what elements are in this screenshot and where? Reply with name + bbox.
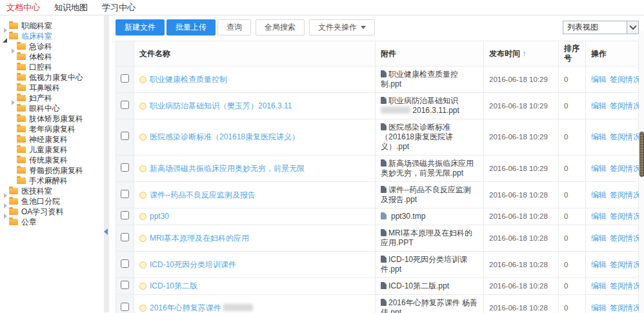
page-scrollbar[interactable] <box>639 31 644 313</box>
file-name-link[interactable]: 新高场强磁共振临床应用奥妙无穷，前景无限 <box>139 164 305 173</box>
row-checkbox[interactable] <box>121 259 129 268</box>
view-mode-select[interactable]: 列表视图 <box>563 21 639 34</box>
row-checkbox-cell <box>116 66 134 93</box>
attachment-doc-icon <box>381 123 387 130</box>
top-nav: 文档中心 知识地图 学习中心 <box>0 0 644 15</box>
edit-link[interactable]: 编辑 <box>591 281 607 290</box>
sidebar-item[interactable]: 公章 <box>0 217 104 227</box>
sidebar-item[interactable]: 鱼池口分院 <box>0 196 104 207</box>
toolbar-button-label: 查询 <box>226 22 242 33</box>
scrollbar-thumb[interactable] <box>639 132 644 177</box>
toolbar-button[interactable]: 查询 <box>217 19 251 35</box>
edit-link[interactable]: 编辑 <box>591 190 607 199</box>
sidebar-item[interactable]: 口腔科 <box>0 62 104 72</box>
sign-status-link[interactable]: 签阅情况 <box>610 281 641 290</box>
file-name-link[interactable]: 职业病防治基础知识（樊玉芳）2016.3.11 <box>139 101 292 110</box>
edit-link[interactable]: 编辑 <box>591 101 607 110</box>
header-publish-time[interactable]: 发布时间 ↑ <box>484 41 559 66</box>
file-name-link[interactable]: ppt30 <box>139 212 169 221</box>
sidebar-item[interactable]: 急诊科 <box>0 41 104 52</box>
sign-status-link[interactable]: 签阅情况 <box>610 75 641 84</box>
toolbar-button[interactable]: 全局搜索 <box>256 19 305 35</box>
sign-status-link[interactable]: 签阅情况 <box>610 190 641 199</box>
file-name-link[interactable]: 2016年心肺复苏课件 <box>139 303 253 312</box>
toolbar-button[interactable]: 批量上传 <box>166 19 216 35</box>
sign-status-link[interactable]: 签阅情况 <box>610 101 641 110</box>
sort-ascending-icon[interactable]: ↑ <box>522 49 526 58</box>
file-name-cell: MRI基本原理及在妇科的应用 <box>134 225 376 252</box>
sidebar-item[interactable]: 眼科中心 <box>0 103 104 114</box>
row-checkbox[interactable] <box>121 281 129 289</box>
table-row: ppt30ppt30.tmp2016-06-18 10:280编辑签阅情况 <box>116 208 639 225</box>
nav-knowledge-map[interactable]: 知识地图 <box>54 2 88 14</box>
sidebar-item[interactable]: 老年病康复科 <box>0 124 104 134</box>
view-mode-value: 列表视图 <box>563 22 627 33</box>
attachment-cell: ppt30.tmp <box>376 208 484 225</box>
sign-status-link[interactable]: 签阅情况 <box>610 303 641 312</box>
attachment-cell: ICD-10第二版.ppt <box>376 278 484 295</box>
sidebar-item[interactable]: 体检科 <box>0 52 104 62</box>
sidebar-item[interactable]: 传统康复科 <box>0 155 104 165</box>
sidebar-item[interactable]: 低视力康复中心 <box>0 72 104 83</box>
sidebar-item[interactable]: 脊髓损伤康复科 <box>0 165 104 176</box>
operations-cell: 编辑签阅情况 <box>586 252 639 278</box>
row-checkbox[interactable] <box>121 211 129 219</box>
attachment-doc-icon <box>381 97 387 104</box>
edit-link[interactable]: 编辑 <box>591 212 607 221</box>
sidebar-collapse-icon[interactable] <box>104 228 108 235</box>
file-name-link[interactable]: ICD-10第二版 <box>139 281 197 290</box>
row-checkbox[interactable] <box>121 74 129 83</box>
table-row: ICD-10第二版ICD-10第二版.ppt2016-06-18 10:280编… <box>116 278 639 295</box>
sidebar-item[interactable]: 手术麻醉科 <box>0 176 104 186</box>
sidebar-item[interactable]: 耳鼻喉科 <box>0 83 104 93</box>
select-dropdown-icon[interactable] <box>627 21 638 34</box>
file-circle-icon <box>139 283 146 290</box>
edit-link[interactable]: 编辑 <box>591 303 607 312</box>
file-name-cell: 2016年心肺复苏课件 <box>134 295 376 313</box>
attachment-cell: 职业健康检查质量控制.ppt <box>376 66 484 93</box>
sidebar-item[interactable]: 临床科室 <box>0 31 104 41</box>
sign-status-link[interactable]: 签阅情况 <box>610 260 641 269</box>
file-name-link[interactable]: 医院感染诊断标准（201618康复医院讲义） <box>139 132 299 141</box>
edit-link[interactable]: 编辑 <box>591 234 607 243</box>
publish-date-cell: 2016-06-18 10:28 <box>484 295 559 313</box>
sign-status-link[interactable]: 签阅情况 <box>610 132 641 141</box>
edit-link[interactable]: 编辑 <box>591 132 607 141</box>
row-checkbox[interactable] <box>121 132 129 140</box>
table-header-row: 文件名称 附件 发布时间 ↑ 排序号 操作 <box>116 41 639 66</box>
folder-icon <box>17 146 26 153</box>
row-checkbox[interactable] <box>121 303 129 311</box>
toolbar-button[interactable]: 新建文件 <box>116 19 165 35</box>
row-checkbox[interactable] <box>121 190 129 198</box>
sidebar-item[interactable]: OA学习资料 <box>0 207 104 217</box>
folder-icon <box>17 74 26 81</box>
row-checkbox[interactable] <box>121 101 129 109</box>
row-checkbox-cell <box>116 93 134 119</box>
attachment-cell: 2016年心肺复苏课件 杨善佳.ppt <box>376 295 484 313</box>
sidebar-item[interactable]: 儿童康复科 <box>0 145 104 155</box>
sign-status-link[interactable]: 签阅情况 <box>610 234 641 243</box>
sidebar-item[interactable]: 肢体矫形康复科 <box>0 114 104 124</box>
edit-link[interactable]: 编辑 <box>591 164 607 173</box>
row-checkbox[interactable] <box>121 163 129 172</box>
sidebar-item[interactable]: 妇产科 <box>0 93 104 103</box>
sign-status-link[interactable]: 签阅情况 <box>610 212 641 221</box>
file-name-link[interactable]: MRI基本原理及在妇科的应用 <box>139 234 249 243</box>
edit-link[interactable]: 编辑 <box>591 75 607 84</box>
file-name-link[interactable]: 职业健康检查质量控制 <box>139 75 227 84</box>
nav-doc-center[interactable]: 文档中心 <box>6 2 40 14</box>
sidebar-splitter[interactable] <box>104 15 109 312</box>
attachment-doc-icon <box>381 186 387 193</box>
row-checkbox[interactable] <box>121 233 129 241</box>
edit-link[interactable]: 编辑 <box>591 260 607 269</box>
folder-icon <box>9 188 18 194</box>
operations-cell: 编辑签阅情况 <box>586 225 639 252</box>
sidebar-item[interactable]: 神经康复科 <box>0 134 104 145</box>
nav-learning-center[interactable]: 学习中心 <box>102 2 136 14</box>
sidebar-item[interactable]: 职能科室 <box>0 21 104 31</box>
file-name-link[interactable]: ICD-10死因分类培训课件 <box>139 260 236 269</box>
sidebar-item[interactable]: 医技科室 <box>0 186 104 196</box>
sign-status-link[interactable]: 签阅情况 <box>610 164 641 173</box>
file-name-link[interactable]: 课件--药品不良反应监测及报告 <box>139 190 256 199</box>
toolbar-button[interactable]: 文件夹操作 <box>309 19 375 35</box>
